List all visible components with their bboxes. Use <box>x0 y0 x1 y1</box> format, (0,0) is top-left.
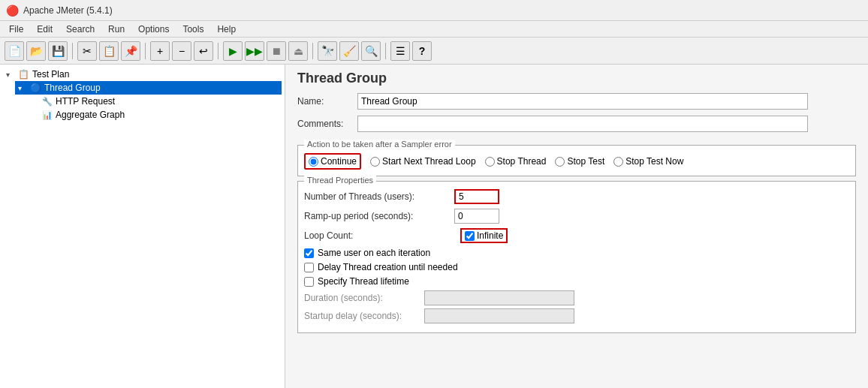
comments-input[interactable] <box>357 116 808 132</box>
content-panel: Thread Group Name: Comments: Action to b… <box>285 65 868 388</box>
thread-group-label: Thread Group <box>44 83 101 93</box>
infinite-label: Infinite <box>477 230 503 241</box>
specify-lifetime-checkbox[interactable] <box>304 277 314 287</box>
ramp-up-input[interactable] <box>454 209 499 224</box>
thread-props-title: Thread Properties <box>304 176 376 185</box>
list-button[interactable]: ☰ <box>390 41 410 61</box>
startup-delay-label: Startup delay (seconds): <box>304 311 424 321</box>
radio-stop-test-now-text: Stop Test Now <box>625 156 683 167</box>
loop-count-row: Loop Count: Infinite <box>304 228 849 243</box>
radio-stop-thread-label[interactable]: Stop Thread <box>485 156 547 167</box>
radio-start-next-label[interactable]: Start Next Thread Loop <box>370 156 476 167</box>
num-threads-label: Number of Threads (users): <box>304 191 454 202</box>
tree-item-test-plan[interactable]: ▾ 📋 Test Plan <box>3 68 282 81</box>
ramp-up-row: Ramp-up period (seconds): <box>304 209 849 224</box>
num-threads-input[interactable] <box>454 189 499 204</box>
infinite-checkbox[interactable] <box>465 231 475 241</box>
form-section-name: Name: Comments: <box>285 89 868 140</box>
copy-button[interactable]: 📋 <box>99 41 119 61</box>
radio-stop-test[interactable] <box>555 157 565 167</box>
main-layout: ▾ 📋 Test Plan ▾ 🔵 Thread Group 🔧 HTTP Re… <box>0 65 868 388</box>
radio-stop-thread[interactable] <box>485 157 495 167</box>
same-user-text: Same user on each iteration <box>318 248 430 258</box>
test-plan-label: Test Plan <box>32 69 69 80</box>
name-row: Name: <box>297 92 856 110</box>
radio-stop-test-label[interactable]: Stop Test <box>555 156 604 167</box>
delay-creation-checkbox[interactable] <box>304 263 314 272</box>
tree-item-thread-group[interactable]: ▾ 🔵 Thread Group <box>15 81 282 95</box>
radio-continue[interactable] <box>309 157 318 167</box>
same-user-checkbox[interactable] <box>304 248 314 258</box>
radio-start-next[interactable] <box>370 157 380 167</box>
ramp-up-label: Ramp-up period (seconds): <box>304 211 454 221</box>
thread-group-icon: 🔵 <box>30 83 41 93</box>
radio-stop-test-now[interactable] <box>613 157 623 167</box>
duration-label: Duration (seconds): <box>304 293 424 303</box>
http-request-label: HTTP Request <box>56 96 115 107</box>
open-button[interactable]: 📂 <box>26 41 46 61</box>
save-button[interactable]: 💾 <box>48 41 68 61</box>
duration-row: Duration (seconds): <box>304 290 849 305</box>
action-group-title: Action to be taken after a Sampler error <box>304 140 455 149</box>
expand-icon: ▾ <box>6 71 15 79</box>
aggregate-graph-icon: 📊 <box>42 110 53 120</box>
run-no-pause-button[interactable]: ▶▶ <box>245 41 264 61</box>
radio-stop-thread-text: Stop Thread <box>497 156 547 167</box>
menu-tools[interactable]: Tools <box>176 23 209 36</box>
menu-search[interactable]: Search <box>60 23 101 36</box>
radio-start-next-text: Start Next Thread Loop <box>382 156 476 167</box>
app-icon: 🔴 <box>6 5 19 17</box>
duration-input <box>424 290 574 305</box>
run-button[interactable]: ▶ <box>223 41 243 61</box>
tree-item-http-request[interactable]: 🔧 HTTP Request <box>27 95 282 108</box>
radio-stop-test-now-label[interactable]: Stop Test Now <box>613 156 683 167</box>
title-bar: 🔴 Apache JMeter (5.4.1) <box>0 0 868 21</box>
remote-start-button[interactable]: 🔭 <box>318 41 337 61</box>
radio-continue-text: Continue <box>321 156 357 167</box>
search-button[interactable]: 🔍 <box>361 41 381 61</box>
tree-panel: ▾ 📋 Test Plan ▾ 🔵 Thread Group 🔧 HTTP Re… <box>0 65 285 388</box>
clear-button[interactable]: 🧹 <box>339 41 359 61</box>
loop-count-label: Loop Count: <box>304 230 454 241</box>
remove-button[interactable]: − <box>172 41 191 61</box>
shutdown-button[interactable]: ⏏ <box>288 41 308 61</box>
cut-button[interactable]: ✂ <box>77 41 97 61</box>
thread-props-group: Thread Properties Number of Threads (use… <box>297 181 856 333</box>
menu-edit[interactable]: Edit <box>31 23 59 36</box>
separator-1 <box>72 43 73 59</box>
menu-run[interactable]: Run <box>102 23 131 36</box>
separator-4 <box>312 43 313 59</box>
test-plan-icon: 📋 <box>18 69 29 80</box>
startup-delay-input <box>424 308 574 323</box>
http-request-icon: 🔧 <box>42 97 53 107</box>
separator-5 <box>385 43 386 59</box>
name-label: Name: <box>297 96 357 107</box>
tree-item-aggregate-graph[interactable]: 📊 Aggregate Graph <box>27 108 282 122</box>
startup-delay-row: Startup delay (seconds): <box>304 308 849 323</box>
toolbar: 📄 📂 💾 ✂ 📋 📌 + − ↩ ▶ ▶▶ ⏹ ⏏ 🔭 🧹 🔍 ☰ ? <box>0 38 868 65</box>
stop-button[interactable]: ⏹ <box>267 41 286 61</box>
delay-creation-label[interactable]: Delay Thread creation until needed <box>304 262 849 272</box>
separator-3 <box>218 43 219 59</box>
menu-bar: File Edit Search Run Options Tools Help <box>0 21 868 38</box>
menu-help[interactable]: Help <box>211 23 242 36</box>
menu-file[interactable]: File <box>3 23 29 36</box>
new-button[interactable]: 📄 <box>5 41 24 61</box>
revert-button[interactable]: ↩ <box>194 41 213 61</box>
delay-creation-text: Delay Thread creation until needed <box>318 262 458 272</box>
content-title: Thread Group <box>285 65 868 89</box>
paste-button[interactable]: 📌 <box>121 41 140 61</box>
add-button[interactable]: + <box>150 41 170 61</box>
menu-options[interactable]: Options <box>132 23 175 36</box>
expand-icon-2: ▾ <box>18 84 27 92</box>
specify-lifetime-text: Specify Thread lifetime <box>318 276 409 287</box>
comments-row: Comments: <box>297 115 856 133</box>
radio-group-action: Continue Start Next Thread Loop Stop Thr… <box>304 149 849 170</box>
name-input[interactable] <box>357 93 808 110</box>
help-button[interactable]: ? <box>412 41 432 61</box>
same-user-label[interactable]: Same user on each iteration <box>304 248 849 258</box>
comments-label: Comments: <box>297 119 357 129</box>
specify-lifetime-label[interactable]: Specify Thread lifetime <box>304 276 849 287</box>
infinite-box[interactable]: Infinite <box>460 228 508 243</box>
radio-continue-label[interactable]: Continue <box>304 153 361 170</box>
